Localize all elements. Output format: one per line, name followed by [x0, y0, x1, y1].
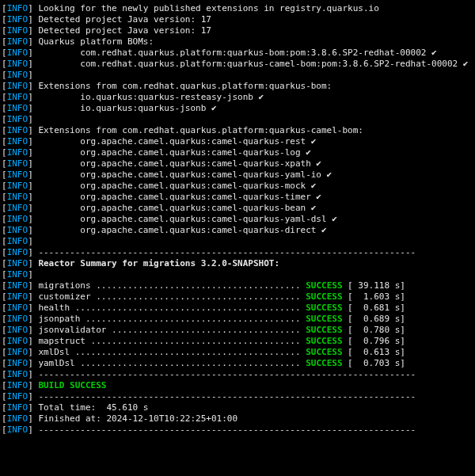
status-success: SUCCESS [306, 336, 342, 347]
module-time: [ 0.796 s] [343, 336, 405, 347]
dots-fill: ........................................… [80, 358, 306, 369]
log-level: INFO [7, 280, 28, 291]
log-level: INFO [7, 247, 28, 257]
dots-fill: ....................................... [96, 291, 306, 303]
log-text: Quarkus platform BOMs: [38, 36, 154, 48]
log-line: [INFO] Detected project Java version: 17 [2, 25, 473, 36]
module-name: xmlDsl [38, 347, 74, 358]
log-level: INFO [7, 358, 28, 368]
log-level: INFO [7, 3, 28, 13]
status-success: SUCCESS [306, 280, 342, 291]
module-time: [ 39.118 s] [343, 280, 405, 291]
check-icon: ✔ [306, 181, 316, 192]
bom-entry: com.redhat.quarkus.platform:quarkus-came… [38, 59, 458, 70]
extension-entry: org.apache.camel.quarkus:camel-quarkus-d… [38, 225, 316, 236]
log-line: [INFO] Finished at: 2024-12-10T10:22:25+… [2, 413, 473, 425]
reactor-row: [INFO] jsonvalidator ...................… [2, 325, 473, 336]
module-name: jsonpath [38, 314, 86, 325]
extension-entry: io.quarkus:quarkus-resteasy-jsonb [38, 92, 253, 103]
extension-entry: io.quarkus:quarkus-jsonb [38, 103, 206, 114]
status-success: SUCCESS [306, 314, 342, 325]
build-success: BUILD SUCCESS [38, 380, 106, 391]
log-level: INFO [7, 103, 28, 113]
reactor-row: [INFO] jsonpath ........................… [2, 314, 473, 325]
log-level: INFO [7, 402, 28, 413]
log-level: INFO [7, 314, 28, 324]
status-success: SUCCESS [306, 291, 342, 303]
status-success: SUCCESS [306, 358, 342, 369]
log-level: INFO [7, 48, 28, 58]
log-line: [INFO] org.apache.camel.quarkus:camel-qu… [2, 136, 473, 147]
terminal-output: [INFO] Looking for the newly published e… [0, 0, 475, 439]
log-level: INFO [7, 391, 28, 402]
log-line: [INFO] Extensions from com.redhat.quarku… [2, 125, 473, 136]
module-time: [ 0.703 s] [343, 358, 405, 369]
dots-fill: ........................................… [75, 347, 306, 358]
log-line: [INFO] org.apache.camel.quarkus:camel-qu… [2, 214, 473, 225]
module-time: [ 0.780 s] [343, 325, 405, 336]
module-time: [ 0.681 s] [343, 303, 405, 314]
reactor-row: [INFO] yamlDsl .........................… [2, 358, 473, 369]
log-level: INFO [7, 258, 28, 268]
log-level: INFO [7, 303, 28, 313]
extension-entry: org.apache.camel.quarkus:camel-quarkus-r… [38, 136, 306, 147]
log-text: Detected project Java version: 17 [38, 25, 211, 36]
log-line: [INFO] ---------------------------------… [2, 425, 473, 436]
dots-fill: ....................................... [96, 280, 306, 291]
log-line: [INFO] com.redhat.quarkus.platform:quark… [2, 48, 473, 59]
log-line: [INFO] [2, 269, 473, 280]
reactor-row: [INFO] migrations ......................… [2, 280, 473, 291]
log-level: INFO [7, 413, 28, 424]
log-level: INFO [7, 169, 28, 180]
check-icon: ✔ [327, 214, 337, 225]
dots-fill: ........................................… [86, 314, 306, 325]
log-line: [INFO] org.apache.camel.quarkus:camel-qu… [2, 192, 473, 203]
log-line: [INFO] [2, 236, 473, 247]
log-text: Detected project Java version: 17 [38, 14, 211, 25]
log-line: [INFO] Quarkus platform BOMs: [2, 36, 473, 48]
check-icon: ✔ [306, 136, 316, 147]
check-icon: ✔ [253, 92, 264, 103]
log-level: INFO [7, 70, 28, 80]
dots-fill: ........................................ [91, 336, 306, 347]
log-line: [INFO] com.redhat.quarkus.platform:quark… [2, 59, 473, 70]
reactor-header: Reactor Summary for migrations 3.2.0-SNA… [38, 258, 279, 269]
log-text: Looking for the newly published extensio… [38, 3, 378, 14]
log-level: INFO [7, 369, 28, 379]
status-success: SUCCESS [306, 303, 342, 314]
check-icon: ✔ [306, 203, 316, 214]
log-level: INFO [7, 347, 28, 357]
module-time: [ 0.689 s] [343, 314, 405, 325]
log-level: INFO [7, 125, 28, 135]
log-line: [INFO] ---------------------------------… [2, 247, 473, 258]
log-line: [INFO] io.quarkus:quarkus-resteasy-jsonb… [2, 92, 473, 103]
total-time: Total time: 45.610 s [38, 402, 148, 413]
log-level: INFO [7, 380, 28, 390]
extensions-header: Extensions from com.redhat.quarkus.platf… [38, 81, 332, 92]
log-line: [INFO] ---------------------------------… [2, 369, 473, 380]
module-name: yamlDsl [38, 358, 80, 369]
finished-at: Finished at: 2024-12-10T10:22:25+01:00 [38, 413, 238, 425]
log-line: [INFO] org.apache.camel.quarkus:camel-qu… [2, 158, 473, 169]
log-line: [INFO] [2, 70, 473, 81]
status-success: SUCCESS [306, 347, 342, 358]
log-level: INFO [7, 59, 28, 69]
log-level: INFO [7, 158, 28, 169]
extension-entry: org.apache.camel.quarkus:camel-quarkus-l… [38, 147, 300, 158]
log-line: [INFO] Total time: 45.610 s [2, 402, 473, 413]
log-line: [INFO] ---------------------------------… [2, 391, 473, 402]
log-line: [INFO] org.apache.camel.quarkus:camel-qu… [2, 181, 473, 192]
separator-line: ----------------------------------------… [38, 391, 416, 402]
log-level: INFO [7, 214, 28, 224]
log-line: [INFO] Detected project Java version: 17 [2, 14, 473, 25]
extensions-header: Extensions from com.redhat.quarkus.platf… [38, 125, 363, 136]
log-level: INFO [7, 325, 28, 335]
log-line: [INFO] org.apache.camel.quarkus:camel-qu… [2, 169, 473, 181]
log-level: INFO [7, 425, 28, 435]
module-name: mapstruct [38, 336, 90, 347]
reactor-row: [INFO] mapstruct .......................… [2, 336, 473, 347]
log-level: INFO [7, 92, 28, 102]
module-name: health [38, 303, 74, 314]
log-level: INFO [7, 181, 28, 191]
check-icon: ✔ [316, 225, 326, 236]
